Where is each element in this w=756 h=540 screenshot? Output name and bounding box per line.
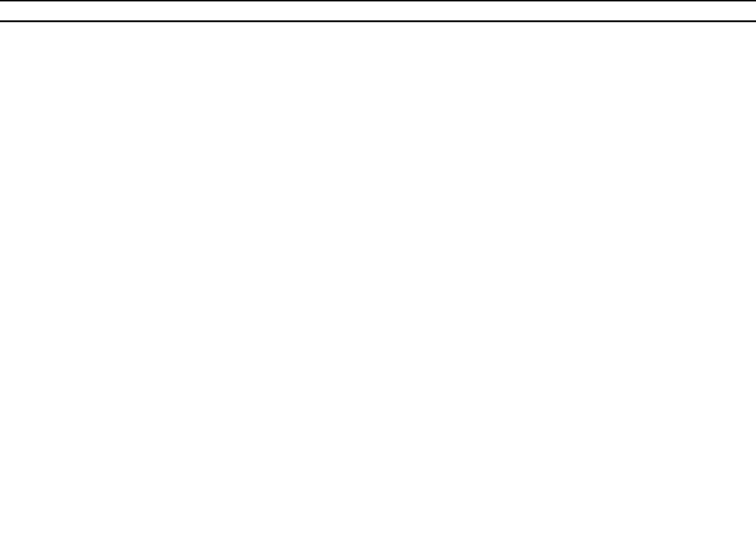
title-bar <box>0 0 756 22</box>
diagram-canvas <box>0 24 756 540</box>
wiring-diagram <box>0 24 756 540</box>
wiring-diagram-page <box>0 0 756 540</box>
